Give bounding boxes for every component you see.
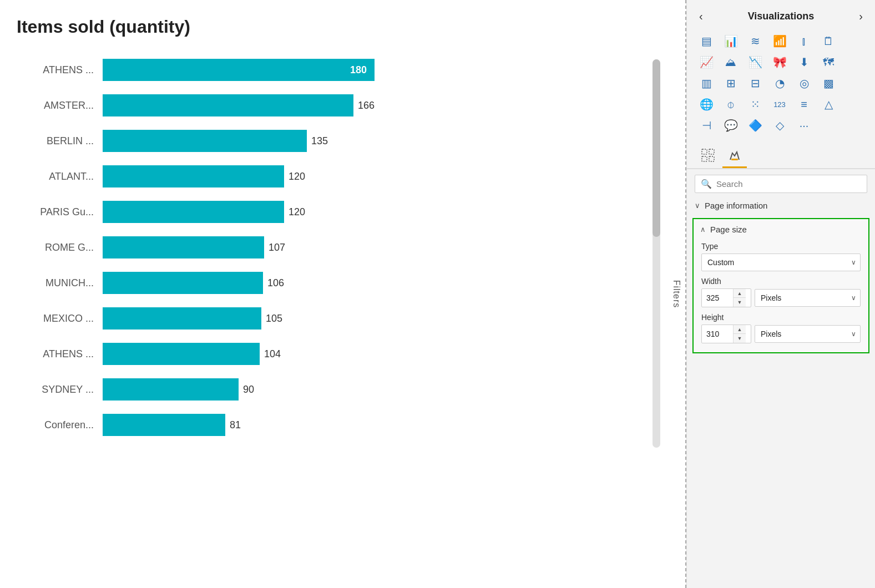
ribbon-icon[interactable]: 🎀 bbox=[769, 53, 790, 72]
table2-icon[interactable]: ≡ bbox=[793, 95, 815, 114]
bar-chart-icon[interactable]: 📊 bbox=[720, 32, 741, 50]
bar[interactable] bbox=[103, 201, 284, 223]
height-down-button[interactable]: ▼ bbox=[734, 334, 746, 343]
funnel-icon[interactable]: ⌽ bbox=[720, 95, 741, 114]
width-spinner[interactable]: ▲ ▼ bbox=[733, 289, 746, 307]
decomp-icon[interactable]: ⊣ bbox=[696, 116, 717, 135]
bar-wrapper[interactable]: 105 bbox=[103, 306, 639, 331]
width-down-button[interactable]: ▼ bbox=[734, 298, 746, 307]
treemap-icon[interactable]: ▩ bbox=[818, 74, 839, 93]
height-field-group: Height ▲ ▼ Pixels Centimeters Inches bbox=[694, 310, 868, 346]
bar-label: PARIS Gu... bbox=[17, 206, 103, 218]
line-col-icon[interactable]: 📉 bbox=[745, 53, 766, 72]
chart-title: Items sold (quantity) bbox=[17, 17, 663, 37]
scrollbar-thumb[interactable] bbox=[653, 59, 660, 237]
bar-wrapper[interactable]: 106 bbox=[103, 271, 639, 295]
width-unit-dropdown[interactable]: Pixels Centimeters Inches bbox=[755, 289, 861, 307]
area-chart-icon[interactable]: ⛰ bbox=[720, 53, 741, 72]
bar-wrapper[interactable]: 120 bbox=[103, 200, 639, 224]
bar[interactable]: 180 bbox=[103, 59, 375, 81]
width-up-button[interactable]: ▲ bbox=[734, 289, 746, 298]
width-input-wrapper[interactable]: ▲ ▼ bbox=[701, 288, 751, 307]
stacked-col-icon[interactable]: ≋ bbox=[745, 32, 766, 50]
svg-rect-4 bbox=[731, 159, 738, 160]
bar[interactable] bbox=[103, 130, 307, 152]
waterfall-icon[interactable]: ⬇ bbox=[793, 53, 815, 72]
page-information-label: Page information bbox=[705, 201, 767, 210]
svg-rect-1 bbox=[709, 149, 714, 154]
narrative-icon[interactable]: 💬 bbox=[720, 116, 741, 135]
viz-nav-right-button[interactable]: › bbox=[856, 10, 866, 23]
width-input[interactable] bbox=[702, 290, 733, 306]
search-input[interactable] bbox=[716, 179, 861, 189]
height-up-button[interactable]: ▲ bbox=[734, 325, 746, 334]
type-dropdown-container[interactable]: Custom 16:9 4:3 Letter bbox=[701, 254, 861, 271]
more-icon[interactable]: ··· bbox=[793, 116, 815, 135]
bar-row: PARIS Gu...120 bbox=[17, 196, 639, 228]
height-unit-container[interactable]: Pixels Centimeters Inches bbox=[755, 325, 861, 343]
search-icon: 🔍 bbox=[701, 179, 712, 189]
bar-row: SYDNEY ...90 bbox=[17, 373, 639, 405]
empty-icon[interactable] bbox=[818, 116, 839, 135]
diamond-icon[interactable]: ◇ bbox=[769, 116, 790, 135]
kpi-icon[interactable]: ⊟ bbox=[745, 74, 766, 93]
bar-wrapper[interactable]: 120 bbox=[103, 164, 639, 189]
stacked-area-icon[interactable]: ⫿ bbox=[793, 32, 815, 50]
donut-icon[interactable]: ◎ bbox=[793, 74, 815, 93]
scrollbar-track[interactable] bbox=[653, 59, 660, 448]
line-chart-icon[interactable]: 📈 bbox=[696, 53, 717, 72]
bar-row: ROME G...107 bbox=[17, 231, 639, 263]
bar-value-outside: 135 bbox=[311, 135, 328, 147]
height-input[interactable] bbox=[702, 326, 733, 342]
bar-row: ATLANT...120 bbox=[17, 160, 639, 192]
azure-icon[interactable]: 🔷 bbox=[745, 116, 766, 135]
clustered-bar-icon[interactable]: 📶 bbox=[769, 32, 790, 50]
chart-area: Items sold (quantity) ATHENS ...180AMSTE… bbox=[0, 0, 686, 588]
bar[interactable] bbox=[103, 343, 260, 365]
page-information-header[interactable]: ∨ Page information bbox=[687, 196, 875, 215]
scatter-icon[interactable]: ⁙ bbox=[745, 95, 766, 114]
width-unit-container[interactable]: Pixels Centimeters Inches bbox=[755, 289, 861, 307]
bar[interactable] bbox=[103, 165, 284, 187]
bar[interactable] bbox=[103, 272, 263, 294]
bar[interactable] bbox=[103, 307, 261, 330]
stacked-bar-icon[interactable]: ▤ bbox=[696, 32, 717, 50]
bar-label: BERLIN ... bbox=[17, 135, 103, 147]
format-tab[interactable] bbox=[722, 144, 747, 168]
map-icon[interactable]: 🌐 bbox=[696, 95, 717, 114]
table-icon[interactable]: ⊞ bbox=[720, 74, 741, 93]
bar-wrapper[interactable]: 180 bbox=[103, 58, 639, 82]
height-unit-dropdown[interactable]: Pixels Centimeters Inches bbox=[755, 325, 861, 343]
bar-wrapper[interactable]: 107 bbox=[103, 235, 639, 260]
search-box[interactable]: 🔍 bbox=[695, 175, 867, 193]
bar-row: AMSTER...166 bbox=[17, 89, 639, 121]
bar-wrapper[interactable]: 81 bbox=[103, 413, 639, 437]
bar-wrapper[interactable]: 135 bbox=[103, 129, 639, 153]
bar-row: ATHENS ...104 bbox=[17, 338, 639, 370]
build-tab[interactable] bbox=[696, 144, 720, 168]
bar[interactable] bbox=[103, 236, 264, 258]
page-size-chevron: ∧ bbox=[700, 225, 706, 234]
viz-nav-left-button[interactable]: ‹ bbox=[696, 10, 706, 23]
number-card-icon[interactable]: 123 bbox=[769, 95, 790, 114]
filled-map-icon[interactable]: 🗺 bbox=[818, 53, 839, 72]
bar[interactable] bbox=[103, 378, 239, 401]
page-size-header[interactable]: ∧ Page size bbox=[694, 219, 868, 239]
svg-rect-2 bbox=[702, 156, 707, 161]
col-chart-icon[interactable]: 🗒 bbox=[818, 32, 839, 50]
pie-icon[interactable]: ◔ bbox=[769, 74, 790, 93]
bar-value-outside: 120 bbox=[289, 171, 305, 183]
svg-rect-0 bbox=[702, 149, 707, 154]
bar-wrapper[interactable]: 90 bbox=[103, 377, 639, 402]
height-input-wrapper[interactable]: ▲ ▼ bbox=[701, 325, 751, 343]
bar-wrapper[interactable]: 166 bbox=[103, 93, 639, 118]
type-dropdown[interactable]: Custom 16:9 4:3 Letter bbox=[701, 254, 861, 271]
gauge-icon[interactable]: △ bbox=[818, 95, 839, 114]
filters-label: Filters bbox=[672, 280, 682, 308]
scrollbar-area[interactable] bbox=[650, 54, 663, 564]
bar[interactable] bbox=[103, 94, 353, 116]
bar-wrapper[interactable]: 104 bbox=[103, 342, 639, 366]
height-spinner[interactable]: ▲ ▼ bbox=[733, 325, 746, 343]
bar[interactable] bbox=[103, 414, 225, 436]
matrix-icon[interactable]: ▥ bbox=[696, 74, 717, 93]
